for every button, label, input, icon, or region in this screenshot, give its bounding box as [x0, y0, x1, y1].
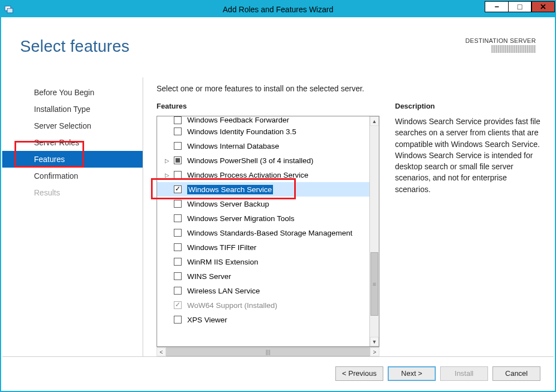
feature-item[interactable]: Windows Server Migration Tools: [157, 211, 369, 226]
checkbox[interactable]: [174, 316, 182, 324]
features-scroll-area[interactable]: Windows Feedback ForwarderWindows Identi…: [157, 116, 369, 346]
nav-item-confirmation[interactable]: Confirmation: [2, 168, 143, 184]
feature-item[interactable]: Windows Standards-Based Storage Manageme…: [157, 226, 369, 240]
nav-item-results: Results: [2, 184, 143, 201]
feature-label: WoW64 Support (Installed): [187, 301, 277, 310]
feature-label: Windows Server Backup: [187, 200, 269, 208]
scroll-up-arrow[interactable]: ▲: [370, 116, 379, 126]
feature-item[interactable]: Windows Search Service: [157, 182, 369, 197]
previous-button[interactable]: < Previous: [335, 366, 383, 381]
nav-item-server-roles[interactable]: Server Roles: [2, 134, 143, 151]
minimize-button[interactable]: −: [485, 1, 508, 12]
vertical-scrollbar[interactable]: ▲ ≡ ▼: [369, 116, 379, 346]
feature-label: WINS Server: [187, 272, 231, 281]
checkbox[interactable]: [174, 287, 182, 295]
close-button[interactable]: ✕: [531, 1, 555, 12]
checkbox[interactable]: [174, 243, 182, 251]
feature-item[interactable]: Windows Internal Database: [157, 139, 369, 153]
scroll-left-arrow[interactable]: <: [157, 347, 166, 356]
expander-icon[interactable]: ▷: [164, 172, 170, 178]
feature-label: Windows Internal Database: [187, 142, 279, 150]
svg-rect-1: [7, 8, 13, 13]
checkbox[interactable]: [174, 258, 182, 266]
feature-item[interactable]: WINS Server: [157, 269, 369, 283]
page-title: Select features: [20, 37, 129, 56]
feature-item[interactable]: Windows TIFF IFilter: [157, 240, 369, 254]
feature-label: XPS Viewer: [187, 316, 227, 324]
wizard-nav: Before You BeginInstallation TypeServer …: [2, 77, 143, 356]
instruction-text: Select one or more features to install o…: [157, 84, 540, 93]
checkbox[interactable]: [174, 142, 182, 150]
feature-label: WinRM IIS Extension: [187, 258, 259, 266]
checkbox[interactable]: [174, 214, 182, 222]
expander-icon[interactable]: ▷: [164, 158, 170, 164]
nav-item-installation-type[interactable]: Installation Type: [2, 101, 143, 117]
feature-item[interactable]: ▷Windows PowerShell (3 of 4 installed): [157, 153, 369, 168]
feature-label: Wireless LAN Service: [187, 287, 260, 295]
hscroll-thumb[interactable]: |||: [266, 349, 271, 355]
nav-item-features[interactable]: Features: [2, 151, 143, 168]
app-icon: [4, 5, 13, 14]
scroll-track[interactable]: ≡: [370, 126, 379, 337]
feature-item: WoW64 Support (Installed): [157, 298, 369, 312]
feature-label: Windows Process Activation Service: [187, 171, 309, 179]
nav-item-before-you-begin[interactable]: Before You Begin: [2, 84, 143, 101]
scroll-down-arrow[interactable]: ▼: [370, 337, 379, 346]
feature-item[interactable]: XPS Viewer: [157, 312, 369, 327]
feature-label: Windows PowerShell (3 of 4 installed): [187, 156, 314, 165]
feature-item[interactable]: WinRM IIS Extension: [157, 254, 369, 269]
wizard-footer: < Previous Next > Install Cancel: [2, 356, 554, 390]
window-title: Add Roles and Features Wizard: [223, 5, 333, 14]
feature-label: Windows Server Migration Tools: [187, 214, 295, 223]
checkbox[interactable]: [174, 156, 182, 164]
description-text: Windows Search Service provides fast fil…: [395, 116, 540, 195]
content-area: Select features DESTINATION SERVER Befor…: [2, 18, 554, 390]
feature-label: Windows Feedback Forwarder: [187, 116, 289, 124]
checkbox[interactable]: [174, 171, 182, 179]
destination-server-name: [491, 45, 536, 53]
feature-item[interactable]: ▷Windows Process Activation Service: [157, 168, 369, 182]
cancel-button[interactable]: Cancel: [492, 366, 540, 381]
scroll-thumb[interactable]: ≡: [370, 252, 378, 316]
hscroll-track[interactable]: |||: [166, 347, 370, 356]
horizontal-scrollbar[interactable]: < ||| >: [157, 347, 379, 356]
feature-label: Windows TIFF IFilter: [187, 243, 256, 252]
destination-info: DESTINATION SERVER: [465, 37, 536, 53]
install-button: Install: [440, 366, 488, 381]
checkbox[interactable]: [174, 200, 182, 208]
destination-label: DESTINATION SERVER: [465, 37, 536, 44]
features-listbox: Windows Feedback ForwarderWindows Identi…: [157, 116, 379, 347]
nav-item-server-selection[interactable]: Server Selection: [2, 117, 143, 134]
checkbox[interactable]: [174, 229, 182, 237]
feature-label: Windows Standards-Based Storage Manageme…: [187, 229, 352, 237]
maximize-button[interactable]: □: [508, 1, 531, 12]
checkbox: [174, 301, 182, 309]
feature-label: Windows Identity Foundation 3.5: [187, 128, 296, 136]
titlebar: Add Roles and Features Wizard − □ ✕: [1, 1, 555, 17]
checkbox[interactable]: [174, 116, 182, 124]
feature-item[interactable]: Wireless LAN Service: [157, 283, 369, 298]
feature-label: Windows Search Service: [187, 185, 273, 194]
checkbox[interactable]: [174, 272, 182, 280]
checkbox[interactable]: [174, 128, 182, 135]
checkbox[interactable]: [174, 185, 182, 193]
window-buttons: − □ ✕: [485, 1, 555, 12]
feature-item[interactable]: Windows Identity Foundation 3.5: [157, 124, 369, 139]
features-heading: Features: [157, 102, 379, 110]
next-button[interactable]: Next >: [388, 366, 436, 381]
feature-item[interactable]: Windows Server Backup: [157, 197, 369, 211]
feature-item[interactable]: Windows Feedback Forwarder: [157, 116, 369, 124]
description-heading: Description: [395, 102, 540, 110]
scroll-right-arrow[interactable]: >: [370, 347, 379, 356]
wizard-window: Add Roles and Features Wizard − □ ✕ Sele…: [0, 0, 556, 392]
